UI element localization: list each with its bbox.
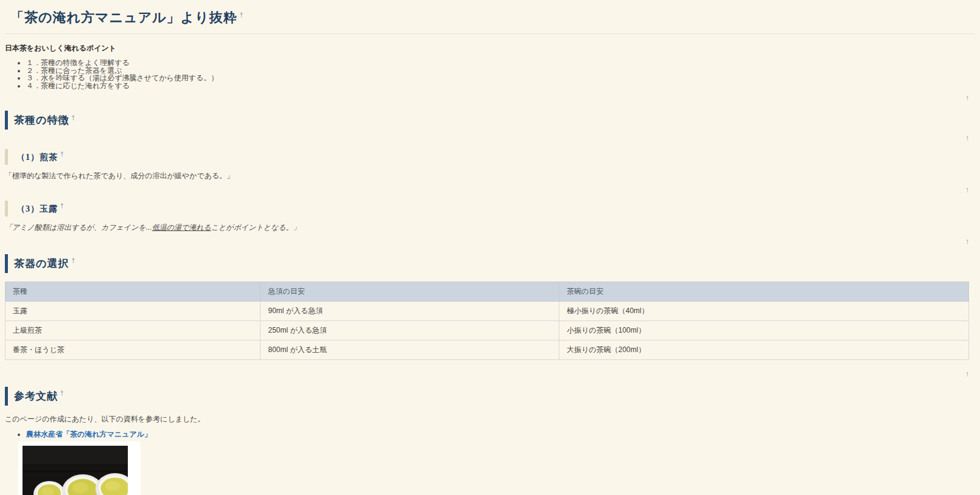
table-cell: 小振りの茶碗（100ml） [559, 320, 969, 340]
section-heading-teaware: 茶器の選択† [5, 254, 975, 273]
table-row: 玉露 90ml が入る急須 極小振りの茶碗（40ml） [5, 301, 969, 320]
back-to-top-row: ↑ [5, 370, 975, 378]
table-cell: 250ml が入る急須 [261, 320, 559, 340]
table-cell: 大振りの茶碗（200ml） [559, 340, 969, 359]
list-item: 農林水産省「茶の淹れ方マニュアル」 [26, 431, 975, 438]
section-heading-text: 茶器の選択 [14, 258, 69, 269]
section-heading-references: 参考文献† [5, 387, 975, 406]
section-heading-tea-types: 茶種の特徴† [5, 111, 975, 130]
back-to-top-row: ↑ [5, 94, 975, 102]
subsection-heading-text: （3）玉露 [16, 204, 58, 213]
section-heading-text: 茶種の特徴 [14, 114, 69, 126]
gyokuro-quote: 「アミノ酸類は溶出するが、カフェインを...低温の湯で淹れることがポイントとなる… [5, 223, 975, 233]
sencha-quote: 「標準的な製法で作られた茶であり、成分の溶出が緩やかである。」 [5, 171, 975, 181]
table-header-row: 茶種 急須の目安 茶碗の目安 [5, 282, 969, 301]
table-cell: 上級煎茶 [5, 320, 261, 340]
heading-anchor-icon[interactable]: † [240, 12, 244, 18]
heading-anchor-icon[interactable]: † [60, 151, 65, 158]
table-row: 上級煎茶 250ml が入る急須 小振りの茶碗（100ml） [5, 320, 969, 340]
heading-anchor-icon[interactable]: † [60, 202, 65, 209]
subsection-heading-gyokuro: （3）玉露† [5, 201, 975, 216]
gyokuro-quote-suffix: ことがポイントとなる。」 [211, 223, 301, 232]
back-to-top-link[interactable]: ↑ [965, 370, 969, 378]
section-heading-text: 参考文献 [14, 390, 58, 402]
table-row: 番茶・ほうじ茶 800ml が入る土瓶 大振りの茶碗（200ml） [5, 340, 969, 359]
heading-anchor-icon[interactable]: † [71, 257, 75, 264]
intro-lead: 日本茶をおいしく淹れるポイント [5, 43, 975, 54]
table-header-cell: 茶種 [5, 282, 261, 301]
table-cell: 800ml が入る土瓶 [261, 340, 559, 359]
intro-point-list: １．茶種の特徴をよく理解する ２．茶種に合った茶器を選ぶ ３．水を吟味する（湯は… [5, 59, 975, 89]
back-to-top-link[interactable]: ↑ [965, 94, 969, 102]
back-to-top-row: ↑ [5, 185, 975, 193]
table-header-cell: 茶碗の目安 [559, 282, 969, 301]
page-title-text: 「茶の淹れ方マニュアル」より抜粋 [10, 10, 237, 25]
table-header-cell: 急須の目安 [261, 282, 559, 301]
back-to-top-link[interactable]: ↑ [965, 134, 969, 142]
reference-list: 農林水産省「茶の淹れ方マニュアル」 [5, 431, 975, 438]
references-note: このページの作成にあたり、以下の資料を参考にしました。 [5, 414, 975, 424]
list-item: ３．水を吟味する（湯は必ず沸騰させてから使用する。） [26, 74, 975, 82]
gyokuro-quote-underlined: 低温の湯で淹れる [152, 223, 211, 232]
back-to-top-link[interactable]: ↑ [965, 237, 969, 246]
table-cell: 90ml が入る急須 [261, 301, 559, 320]
page-title: 「茶の淹れ方マニュアル」より抜粋† [5, 9, 975, 34]
table-cell: 極小振りの茶碗（40ml） [559, 301, 969, 320]
list-item: ４．茶種に応じた淹れ方をする [26, 82, 975, 90]
back-to-top-row: ↑ [5, 237, 975, 245]
heading-anchor-icon[interactable]: † [71, 114, 75, 121]
tea-figure: （最終的な水色） [18, 441, 141, 495]
table-cell: 玉露 [5, 301, 261, 320]
back-to-top-row: ↑ [5, 134, 975, 142]
back-to-top-link[interactable]: ↑ [965, 185, 969, 194]
subsection-heading-text: （1）煎茶 [16, 153, 58, 162]
gyokuro-quote-prefix: 「アミノ酸類は溶出するが、カフェインを... [5, 223, 152, 232]
reference-link[interactable]: 農林水産省「茶の淹れ方マニュアル」 [26, 430, 152, 438]
subsection-heading-sencha: （1）煎茶† [5, 149, 975, 165]
document-body: 「茶の淹れ方マニュアル」より抜粋† 日本茶をおいしく淹れるポイント １．茶種の特… [0, 9, 980, 495]
table-cell: 番茶・ほうじ茶 [5, 340, 261, 359]
teaware-table: 茶種 急須の目安 茶碗の目安 玉露 90ml が入る急須 極小振りの茶碗（40m… [5, 282, 969, 360]
heading-anchor-icon[interactable]: † [60, 390, 65, 396]
list-item: １．茶種の特徴をよく理解する [26, 59, 975, 67]
tea-cups-photo [23, 446, 128, 495]
